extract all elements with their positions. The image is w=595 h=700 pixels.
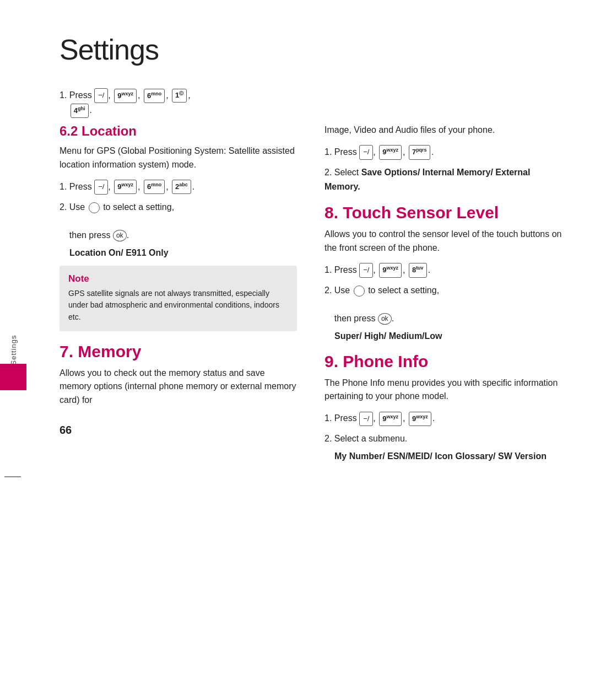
section-8-options-text: Super/ High/ Medium/Low (334, 331, 442, 341)
section-9-step1: 1. Press −/, 9wxyz, 9wxyz. (324, 411, 562, 426)
page-title: Settings (60, 33, 562, 66)
section-62-description: Menu for GPS (Global Positioning System:… (60, 144, 297, 172)
section-7-heading: 7. Memory (60, 342, 297, 361)
section-8-description: Allows you to control the sensor level o… (324, 228, 562, 255)
section-9-options-text: My Number/ ESN/MEID/ Icon Glossary/ SW V… (334, 451, 547, 461)
page-number: 66 (60, 424, 297, 437)
section-62-options-text: Location On/ E911 Only (69, 248, 169, 257)
key-2abc-62: 2abc (172, 180, 191, 194)
key-4ghi: 4ghi (71, 104, 89, 118)
ok-button-8: ok (378, 313, 392, 325)
key-dash-62: −/ (94, 180, 108, 195)
section-62-heading: 6.2 Location (60, 123, 297, 139)
memory-cont: Image, Video and Audio files of your pho… (324, 123, 562, 137)
key-1-intro: 1Ⓒ (172, 89, 187, 103)
page-container: Settings Settings 1. Press −/, 9wxyz, 6m… (0, 0, 595, 700)
note-title: Note (68, 273, 288, 284)
key-dash-9: −/ (359, 412, 373, 427)
section-62-step2: 2. Use to select a setting, then press o… (60, 200, 297, 243)
section-9-step2-text: 2. Select a submenu. (324, 434, 407, 443)
section-9-step2: 2. Select a submenu. (324, 432, 562, 446)
key-9wxyz-intro: 9wxyz (114, 89, 137, 103)
key-8tuv: 8tuv (409, 263, 427, 277)
step2-use: 2. Use (60, 202, 88, 212)
key-dash: −/ (94, 88, 108, 103)
section-8-step2: 2. Use to select a setting, then press o… (324, 283, 562, 326)
section-9-options: My Number/ ESN/MEID/ Icon Glossary/ SW V… (324, 451, 562, 461)
key-9wxyz-8: 9wxyz (379, 263, 402, 277)
intro-step-text: 1. Press (60, 90, 94, 100)
key-9wxyz-mem: 9wxyz (379, 145, 402, 159)
nav-circle-8 (354, 286, 365, 297)
sidebar-line (4, 476, 21, 477)
key-9wxyz-9b: 9wxyz (409, 412, 431, 426)
sidebar-label: Settings (9, 335, 18, 365)
ok-button-62: ok (113, 230, 127, 241)
section-62-step1: 1. Press −/, 9wxyz, 6mno, 2abc. (60, 180, 297, 195)
section-9-description: The Phone Info menu provides you with sp… (324, 376, 562, 404)
left-column: 6.2 Location Menu for GPS (Global Positi… (60, 123, 297, 667)
main-content: Settings 1. Press −/, 9wxyz, 6mno, 1Ⓒ, 4… (26, 0, 595, 700)
section-9-heading: 9. Phone Info (324, 352, 562, 371)
key-6mno-intro: 6mno (144, 89, 165, 103)
key-9wxyz-9a: 9wxyz (379, 412, 402, 426)
section-8-options: Super/ High/ Medium/Low (324, 331, 562, 341)
key-dash-mem: −/ (359, 145, 373, 160)
intro-step: 1. Press −/, 9wxyz, 6mno, 1Ⓒ, 4ghi. (60, 88, 562, 118)
note-box: Note GPS satellite signals are not alway… (60, 266, 297, 331)
key-dash-8: −/ (359, 263, 373, 278)
sidebar-pink-block (0, 364, 26, 390)
note-text: GPS satellite signals are not always tra… (68, 288, 288, 324)
two-col-layout: 6.2 Location Menu for GPS (Global Positi… (60, 123, 562, 667)
step1-label: 1. Press (60, 182, 94, 191)
key-6mno-62: 6mno (144, 180, 165, 194)
section-7-description: Allows you to check out the memory statu… (60, 367, 297, 407)
key-9wxyz-62: 9wxyz (114, 180, 137, 194)
key-7pqrs-mem: 7pqrs (409, 145, 430, 159)
memory-step1: 1. Press −/, 9wxyz, 7pqrs. (324, 145, 562, 160)
section-8-heading: 8. Touch Sensor Level (324, 203, 562, 222)
memory-step2: 2. Select Save Options/ Internal Memory/… (324, 165, 562, 193)
sidebar: Settings (0, 0, 26, 700)
nav-circle-62 (89, 202, 100, 213)
section-8-step1: 1. Press −/, 9wxyz, 8tuv. (324, 263, 562, 278)
right-column: Image, Video and Audio files of your pho… (324, 123, 562, 667)
section-62-options: Location On/ E911 Only (60, 248, 297, 258)
